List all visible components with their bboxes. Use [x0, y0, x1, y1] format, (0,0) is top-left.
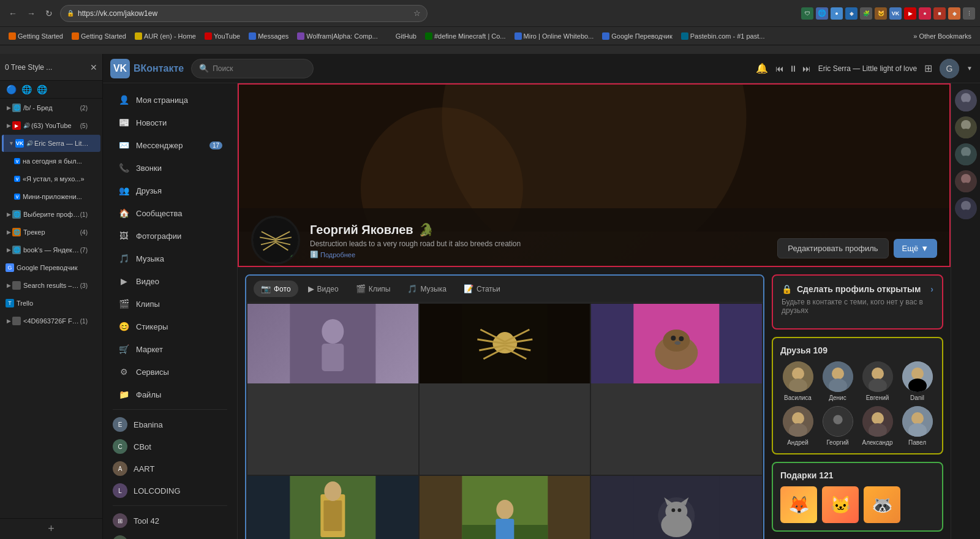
photo-cell-4[interactable]	[247, 476, 418, 539]
gift-item-2[interactable]: 🐱	[822, 486, 859, 523]
bookmark-minecraft[interactable]: #define Minecraft | Co...	[421, 31, 510, 41]
grid-icon[interactable]: ⊞	[924, 62, 932, 74]
tab-item-viberite[interactable]: ▶ 🌐 Выберите профи... (1) ✕	[2, 206, 100, 223]
friend-item-andrei[interactable]: Андрей	[780, 406, 815, 446]
ext-vk[interactable]: VK	[889, 7, 902, 20]
bookmark-miro[interactable]: Miro | Online Whitebo...	[511, 31, 598, 41]
gift-item-3[interactable]: 🦝	[864, 486, 900, 523]
tab-item-minipril[interactable]: V Мини-приложени... ✕	[2, 188, 100, 205]
bookmark-youtube[interactable]: YouTube	[201, 31, 244, 41]
tab-expand-eric[interactable]: ▼	[7, 140, 15, 146]
nav-item-music[interactable]: 🎵 Музыка	[108, 247, 232, 270]
sidebar-icon-tab3[interactable]: 🌐	[36, 83, 48, 96]
bell-icon[interactable]: 🔔	[756, 62, 768, 74]
tab-item-yaustal[interactable]: V «Я устал, я мухо...» ✕	[2, 170, 100, 187]
nav-item-stickers[interactable]: 😊 Стикеры	[108, 315, 232, 337]
photo-tab-foto[interactable]: 📷 Фото	[254, 281, 298, 297]
sidebar-icon-tab2[interactable]: 🌐	[20, 83, 33, 96]
vk-right-user-2[interactable]	[955, 116, 977, 138]
open-profile-arrow-icon[interactable]: ›	[930, 284, 933, 294]
bookmark-wolfram[interactable]: Wolfram|Alpha: Comp...	[293, 31, 381, 41]
other-bookmarks[interactable]: » Other Bookmarks	[910, 31, 975, 41]
player-next-button[interactable]: ⏭	[802, 64, 811, 74]
vk-avatar-chevron[interactable]: ▼	[967, 65, 973, 72]
bookmark-messages[interactable]: Messages	[245, 31, 292, 41]
photo-tab-posts[interactable]: 📝 Статьи	[456, 281, 508, 297]
photo-tab-video[interactable]: ▶ Видео	[301, 281, 346, 297]
nav-item-video[interactable]: ▶ Видео	[108, 270, 232, 292]
bookmark-getting-started-2[interactable]: Getting Started	[68, 31, 130, 41]
tab-expand-4d69[interactable]: ▶	[6, 318, 12, 324]
nav-item-friends[interactable]: 👥 Друзья	[108, 179, 232, 202]
ext-menu[interactable]: ⋮	[963, 7, 975, 20]
ext-red1[interactable]: ●	[919, 7, 931, 20]
profile-more-button[interactable]: Ещё ▼	[894, 239, 937, 258]
photo-cell-3[interactable]	[591, 304, 762, 475]
photo-tab-clips[interactable]: 🎬 Клипы	[349, 281, 398, 297]
vk-search-bar[interactable]: 🔍 Поиск	[191, 59, 314, 78]
nav-item-mypage[interactable]: 👤 Моя страница	[108, 89, 232, 111]
nav-tool-42[interactable]: ⊞ Tool 42	[103, 510, 237, 532]
tab-expand-bред[interactable]: ▶	[6, 105, 12, 111]
nav-item-news[interactable]: 📰 Новости	[108, 111, 232, 134]
back-button[interactable]: ←	[5, 6, 21, 21]
nav-community-cbot[interactable]: C CBot	[103, 435, 237, 458]
ext-blue2[interactable]: ◆	[845, 7, 858, 20]
add-tab-button[interactable]: +	[0, 518, 102, 539]
tab-expand-viberite[interactable]: ▶	[6, 211, 12, 217]
friend-item-vasilisa[interactable]: Василиса	[780, 361, 815, 401]
nav-item-communities[interactable]: 🏠 Сообщества	[108, 202, 232, 224]
nav-item-files[interactable]: 📁 Файлы	[108, 383, 232, 405]
tab-expand-treker[interactable]: ▶	[6, 229, 12, 235]
ext-globe[interactable]: 🌐	[816, 7, 828, 20]
edit-profile-button[interactable]: Редактировать профиль	[777, 238, 888, 258]
nav-item-calls[interactable]: 📞 Звонки	[108, 157, 232, 179]
nav-item-market[interactable]: 🛒 Маркет	[108, 338, 232, 360]
vk-user-avatar-button[interactable]: G	[940, 59, 959, 78]
sidebar-close-button[interactable]: ✕	[90, 62, 97, 72]
gift-item-1[interactable]: 🦊	[780, 486, 817, 523]
friend-item-evgeny[interactable]: Евгений	[860, 361, 895, 401]
ext-cat[interactable]: 🐱	[875, 7, 887, 20]
nav-item-services[interactable]: ⚙ Сервисы	[108, 361, 232, 383]
vk-right-user-1[interactable]	[955, 89, 977, 111]
photo-tab-music[interactable]: 🎵 Музыка	[400, 281, 453, 297]
tab-item-youtube[interactable]: ▶ ▶ 🔊 (63) YouTube (5) ✕	[2, 117, 100, 134]
friend-item-pavel[interactable]: Павел	[900, 406, 935, 446]
sidebar-icon-tab1[interactable]: 🔵	[5, 83, 18, 96]
tab-item-treker[interactable]: ▶ 🌐 Трекер (4) ✕	[2, 224, 100, 241]
refresh-button[interactable]: ↻	[42, 6, 56, 21]
bookmark-github[interactable]: GitHub	[383, 31, 420, 41]
tab-item-books[interactable]: ▶ 🌐 book's — Яндекс... (7) ✕	[2, 241, 100, 258]
tab-item-google-translate[interactable]: G Google Переводчик ✕	[2, 259, 100, 276]
friend-item-denis[interactable]: Денис	[820, 361, 855, 401]
vk-right-user-4[interactable]	[955, 170, 977, 192]
vk-right-user-5[interactable]	[955, 197, 977, 219]
photo-cell-2[interactable]	[420, 304, 590, 475]
ext-yt[interactable]: ▶	[904, 7, 916, 20]
bookmark-aur[interactable]: AUR (en) - Home	[131, 31, 200, 41]
ext-blue1[interactable]: ●	[831, 7, 843, 20]
nav-item-messenger[interactable]: ✉️ Мессенджер 17	[108, 134, 232, 156]
player-prev-button[interactable]: ⏮	[775, 64, 784, 74]
tab-expand-books[interactable]: ▶	[6, 247, 12, 253]
tab-expand-search[interactable]: ▶	[6, 282, 12, 288]
vk-right-user-3[interactable]	[955, 143, 977, 165]
friend-item-danil[interactable]: Danil	[900, 361, 935, 401]
ext-orange[interactable]: ◆	[948, 7, 960, 20]
address-bar[interactable]: 🔒 https://vk.com/jakow1ew ☆	[60, 5, 428, 22]
tab-item-bред[interactable]: ▶ 🌐 /b/ - Бред (2) ✕	[2, 99, 100, 116]
tab-item-eric-serra[interactable]: ▼ VK 🔊 Eric Serra — Littl... ✕	[2, 135, 100, 152]
tab-item-trello[interactable]: T Trello ✕	[2, 295, 100, 312]
tab-expand-youtube[interactable]: ▶	[6, 123, 12, 129]
friend-item-georgiy[interactable]: Георгий	[820, 406, 855, 446]
bookmark-pastebin[interactable]: Pastebin.com - #1 past...	[677, 31, 769, 41]
bookmark-getting-started-1[interactable]: Getting Started	[5, 31, 67, 41]
nav-community-aart[interactable]: A AART	[103, 458, 237, 480]
ext-red2[interactable]: ■	[933, 7, 946, 20]
bookmark-translate[interactable]: Google Переводчик	[598, 31, 676, 41]
tab-item-nasegodnya[interactable]: V на сегодня я был... ✕	[2, 153, 100, 170]
photo-cell-1[interactable]	[247, 304, 418, 475]
photo-cell-6[interactable]	[591, 476, 762, 539]
tab-item-4d69[interactable]: ▶ <4D6963726F F73... (1) ✕	[2, 312, 100, 330]
